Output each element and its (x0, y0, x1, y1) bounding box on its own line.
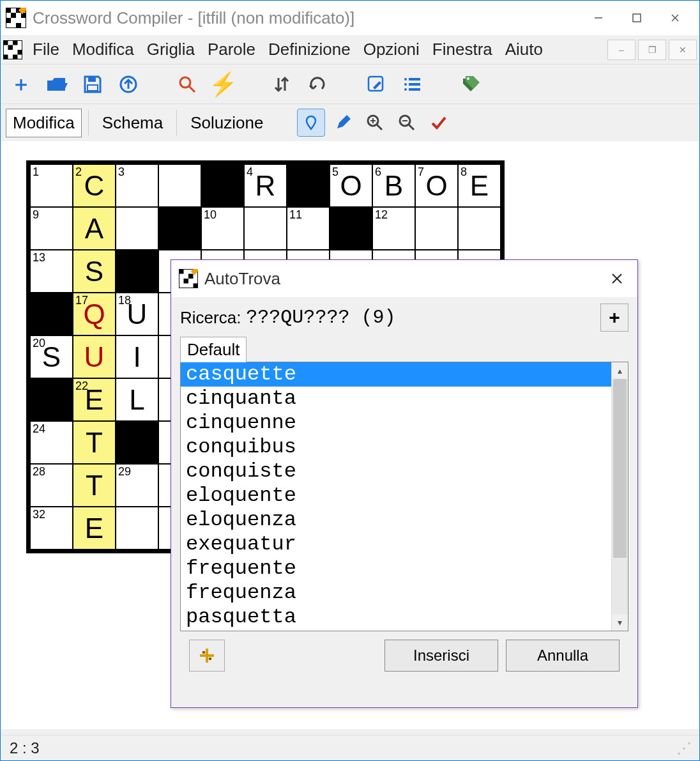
grid-cell[interactable]: T (73, 421, 116, 464)
grid-cell[interactable]: 17Q (73, 293, 116, 335)
grid-cell-black (30, 378, 73, 421)
results-list[interactable]: casquettecinquantacinquenneconquibusconq… (181, 362, 611, 631)
scroll-down-icon[interactable]: ▾ (612, 614, 628, 631)
grid-cell[interactable] (244, 207, 287, 250)
search-button[interactable] (174, 72, 200, 97)
result-item[interactable]: exequatur (181, 532, 611, 557)
svg-rect-41 (184, 279, 189, 284)
grid-cell[interactable]: T (73, 464, 116, 507)
cell-letter: C (73, 165, 115, 206)
result-item[interactable]: conquiste (181, 459, 611, 484)
tags-button[interactable] (458, 72, 483, 97)
grid-cell[interactable] (116, 507, 158, 550)
svg-rect-3 (11, 13, 16, 18)
scroll-thumb[interactable] (613, 379, 627, 558)
menu-finestra[interactable]: Finestra (426, 37, 499, 62)
menubar: File Modifica Griglia Parole Definizione… (1, 35, 699, 65)
grid-cell[interactable] (458, 207, 501, 250)
open-button[interactable] (44, 72, 70, 97)
insert-button[interactable]: Inserisci (384, 640, 498, 672)
menu-opzioni[interactable]: Opzioni (357, 37, 426, 62)
result-item[interactable]: cinquanta (181, 387, 611, 411)
mdi-minimize-button[interactable]: – (607, 40, 635, 60)
svg-point-26 (404, 83, 407, 86)
mdi-restore-button[interactable]: ❐ (638, 40, 666, 60)
dialog-close-button[interactable] (604, 269, 630, 289)
mdi-close-button[interactable]: ✕ (669, 40, 697, 60)
grid-cell[interactable]: 4R (244, 164, 287, 207)
grid-cell[interactable]: 13 (30, 250, 73, 293)
grid-cell[interactable]: 3 (116, 164, 158, 207)
result-item[interactable]: frequenza (181, 581, 611, 605)
wordlist-tab-default[interactable]: Default (180, 337, 247, 362)
result-item[interactable]: casquette (181, 362, 611, 387)
result-item[interactable]: eloquente (181, 484, 611, 508)
maximize-button[interactable] (618, 5, 656, 31)
scroll-up-icon[interactable]: ▴ (612, 362, 628, 379)
grid-cell[interactable]: 18U (116, 293, 158, 335)
menu-file[interactable]: File (26, 37, 66, 62)
grid-cell[interactable]: U (73, 335, 116, 378)
grid-cell[interactable]: 8E (458, 164, 501, 207)
add-pattern-button[interactable]: + (600, 304, 628, 332)
grid-cell[interactable]: 9 (30, 207, 73, 250)
cell-letter: U (73, 336, 115, 378)
grid-cell[interactable]: 20S (30, 335, 73, 378)
upload-button[interactable] (116, 72, 141, 97)
menu-griglia[interactable]: Griglia (141, 37, 201, 62)
result-item[interactable]: conquibus (181, 435, 611, 459)
result-item[interactable]: pasquetta (181, 605, 611, 629)
grid-cell[interactable]: S (73, 250, 116, 293)
grid-cell[interactable]: 1 (30, 164, 73, 207)
grid-cell[interactable]: 28 (30, 464, 73, 507)
grid-cell[interactable]: E (73, 507, 116, 550)
zoom-out-icon[interactable] (393, 109, 421, 137)
menu-definizione[interactable]: Definizione (262, 37, 357, 62)
viewbar: Modifica Schema Soluzione (1, 104, 699, 141)
zoom-in-icon[interactable] (361, 109, 389, 137)
grid-cell[interactable]: 11 (287, 207, 330, 250)
grid-cell[interactable] (415, 207, 458, 250)
grid-cell[interactable]: 22E (73, 378, 116, 421)
grid-cell[interactable]: 24 (30, 421, 73, 464)
list-button[interactable] (399, 72, 425, 97)
minimize-button[interactable] (579, 5, 618, 31)
save-button[interactable] (80, 72, 105, 97)
dialog-titlebar[interactable]: AutoTrova (171, 260, 637, 297)
new-button[interactable]: ＋ (8, 72, 34, 97)
grid-cell[interactable]: I (116, 335, 158, 378)
autofill-button[interactable]: ⚡ (210, 72, 236, 97)
grid-cell[interactable]: 29 (116, 464, 158, 507)
menu-modifica[interactable]: Modifica (66, 37, 141, 62)
grid-cell[interactable] (116, 207, 158, 250)
edit-note-button[interactable] (363, 72, 389, 97)
menu-aiuto[interactable]: Aiuto (499, 37, 549, 62)
theme-words-button[interactable] (189, 640, 225, 672)
grid-cell[interactable]: L (116, 378, 158, 421)
result-item[interactable]: cinquenne (181, 411, 611, 435)
grid-cell[interactable]: 32 (30, 507, 73, 550)
result-item[interactable]: frequente (181, 557, 611, 581)
grid-cell[interactable]: 6B (372, 164, 415, 207)
close-button[interactable] (656, 5, 694, 31)
tab-soluzione[interactable]: Soluzione (183, 109, 270, 137)
tab-schema[interactable]: Schema (95, 109, 170, 137)
cancel-button[interactable]: Annulla (506, 640, 620, 672)
menu-parole[interactable]: Parole (201, 37, 262, 62)
pin-tool-icon[interactable] (297, 109, 325, 137)
sort-button[interactable] (269, 72, 294, 97)
grid-cell[interactable]: 12 (372, 207, 415, 250)
result-item[interactable]: eloquenza (181, 508, 611, 532)
grid-cell[interactable]: 5O (330, 164, 372, 207)
tab-modifica[interactable]: Modifica (6, 109, 82, 137)
grid-cell[interactable]: 7O (415, 164, 458, 207)
grid-cell[interactable]: 10 (201, 207, 244, 250)
resize-grip[interactable]: ⋰ (676, 739, 690, 757)
check-icon[interactable] (425, 109, 453, 137)
grid-cell[interactable]: A (73, 207, 116, 250)
results-scrollbar[interactable]: ▴ ▾ (611, 362, 628, 631)
undo-button[interactable] (305, 72, 330, 97)
grid-cell[interactable]: 2C (73, 164, 116, 207)
grid-cell[interactable] (158, 164, 201, 207)
pencil-tool-icon[interactable] (329, 109, 357, 137)
